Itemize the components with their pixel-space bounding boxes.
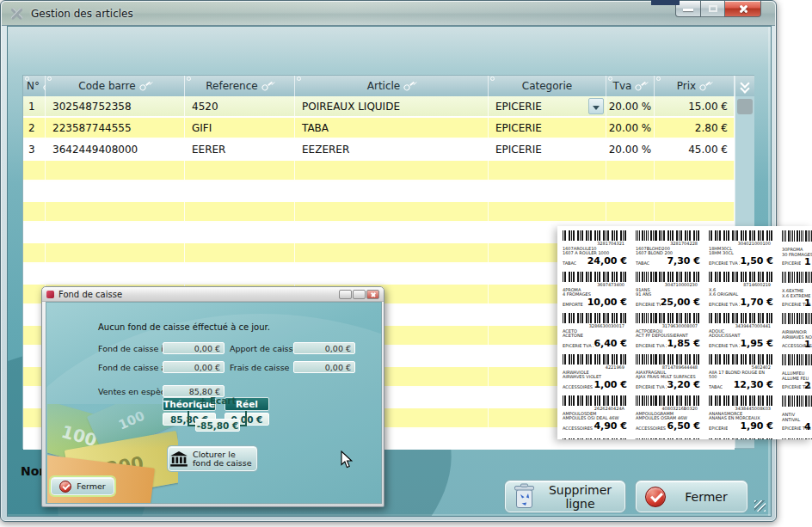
empty-cell <box>23 181 46 200</box>
dialog-close-button[interactable] <box>366 290 379 299</box>
dialog-content: Aucun fond de caisse éffectué à ce jour.… <box>46 302 382 504</box>
barcode-category: ACCESSOIRES DIVERS <box>563 384 594 390</box>
column-header-tva[interactable]: Tva <box>606 76 655 96</box>
barcode-label: 3286630030017ACETOACETONEEPICERIE TVA 20… <box>559 309 632 351</box>
cell-article[interactable]: TABA <box>295 118 489 138</box>
dialog-maximize-button[interactable] <box>353 290 366 299</box>
cell-prix[interactable]: 45.00 € <box>655 139 735 159</box>
column-header-prix[interactable]: Prix <box>655 76 735 96</box>
empty-cell <box>489 161 606 180</box>
dialog-app-icon <box>46 291 54 298</box>
dialog-title-bar[interactable]: Fond de caisse <box>42 287 384 302</box>
cell-prix[interactable]: 15.00 € <box>655 96 735 116</box>
cell-num[interactable]: 2 <box>23 118 46 138</box>
barcode-footer: EPICERIE TVA 201,50 € <box>708 255 775 267</box>
barcode-image <box>636 230 700 241</box>
barcode-image <box>563 354 627 365</box>
barcode-category: TABAC <box>709 384 723 390</box>
barcode-price: 1,50 € <box>740 255 773 267</box>
column-header-label: Code barre <box>78 80 135 92</box>
dialog-fermer-button[interactable]: Fermer <box>51 477 114 495</box>
barcode-price: 24,00 € <box>587 255 627 267</box>
cell-code-barre[interactable]: 223587744555 <box>46 118 185 138</box>
column-anchor-icon <box>25 77 29 81</box>
cell-code-barre[interactable]: 302548752358 <box>46 96 185 116</box>
resize-grip[interactable] <box>754 500 766 512</box>
cell-tva[interactable]: 20.00 % <box>606 118 655 138</box>
barcode-image <box>563 313 627 323</box>
delete-row-button[interactable]: Supprimer ligne <box>505 481 625 512</box>
column-header-num[interactable]: N° <box>23 76 46 96</box>
barcode-image <box>563 272 627 282</box>
barcode-footer: EPICERIE TVA 206,40 € <box>562 338 629 349</box>
empty-cell <box>23 243 46 262</box>
cell-reference[interactable]: GIFI <box>185 118 295 138</box>
barcode-category: EPICERIE <box>709 426 728 432</box>
empty-cell <box>23 264 46 283</box>
empty-cell <box>46 181 185 200</box>
empty-cell <box>185 181 295 200</box>
cell-categorie[interactable]: EPICERIE <box>489 118 606 138</box>
column-header-label: Prix <box>677 80 696 92</box>
table-row[interactable]: 13025487523584520POIREAUX LIQUIDEEPICERI… <box>23 96 735 118</box>
cell-prix[interactable]: 2.80 € <box>655 118 735 138</box>
empty-cell <box>23 223 46 242</box>
column-header-categorie[interactable]: Categorie <box>489 76 606 96</box>
collapse-column-header[interactable] <box>735 76 754 96</box>
cell-num[interactable]: 3 <box>23 139 46 159</box>
empty-table-row[interactable] <box>23 181 735 202</box>
empty-cell <box>606 202 655 221</box>
barcode-category: ACCESSOIRES DIVERS <box>563 426 594 432</box>
filter-key-icon[interactable] <box>259 77 276 95</box>
cell-categorie[interactable]: EPICERIE <box>489 96 606 116</box>
scrollbar-thumb[interactable] <box>737 99 753 114</box>
category-dropdown-button[interactable] <box>588 98 604 114</box>
empty-table-row[interactable] <box>23 202 735 223</box>
barcode-label: 32817043211607AROULE101607 A ROULER 1000… <box>559 227 632 268</box>
barcode-image <box>709 354 773 365</box>
cell-num[interactable]: 1 <box>23 96 46 116</box>
cell-code-barre[interactable]: 3642449408000 <box>46 139 185 159</box>
field-value-initial: 0,00 € <box>163 342 225 354</box>
cell-reference[interactable]: EERER <box>185 139 295 159</box>
column-header-article[interactable]: Article <box>295 76 489 96</box>
cloturer-fond-button[interactable]: Cloturer le fond de caisse <box>168 446 257 471</box>
column-header-reference[interactable]: Reference <box>185 76 295 96</box>
empty-cell <box>295 202 489 221</box>
field-value-actuel: 0,00 € <box>163 361 225 373</box>
barcode-price: 6,50 € <box>667 420 700 432</box>
barcode-image <box>636 438 700 439</box>
cloturer-label: Cloturer le fond de caisse <box>193 450 255 468</box>
filter-key-icon[interactable] <box>633 77 650 95</box>
screen: Gestion des articles N°Code barreReferen… <box>0 0 812 527</box>
close-window-button[interactable]: Fermer <box>636 481 747 512</box>
dialog-minimize-button[interactable] <box>339 290 352 299</box>
barcode-footer: EPICERIE TVA 201,85 € <box>635 338 702 349</box>
table-row[interactable]: 33642449408000EEREREEZEREREPICERIE20.00 … <box>23 139 735 161</box>
cell-article[interactable]: POIREAUX LIQUIDE <box>295 96 489 116</box>
barcode-price: 1,95 € <box>740 338 773 349</box>
close-button[interactable] <box>724 1 761 17</box>
barcode-price: 6,40 € <box>594 338 627 349</box>
column-header-code-barre[interactable]: Code barre <box>46 76 185 96</box>
maximize-button[interactable] <box>700 1 725 17</box>
table-row[interactable]: 2223587744555GIFITABAEPICERIE20.00 %2.80… <box>23 118 735 139</box>
cell-categorie[interactable]: EPICERIE <box>489 139 606 159</box>
barcode-footer: TABAC24,00 € <box>562 255 629 267</box>
title-bar[interactable]: Gestion des articles <box>2 2 775 26</box>
cell-reference[interactable]: 4520 <box>185 96 295 116</box>
empty-table-row[interactable] <box>23 161 735 181</box>
filter-key-icon[interactable] <box>697 77 714 95</box>
cell-tva[interactable]: 20.00 % <box>606 96 655 116</box>
empty-cell <box>23 161 46 180</box>
empty-cell <box>185 264 295 283</box>
barcode-category: EPICERIE TVA 20 <box>636 384 667 390</box>
cell-article[interactable]: EEZERER <box>295 139 489 159</box>
barcode-category: EPICERIE <box>782 260 801 267</box>
barcode-category: EPICERIE TVA 20 <box>563 343 594 349</box>
filter-key-icon[interactable] <box>401 77 418 95</box>
empty-cell <box>46 264 185 283</box>
filter-key-icon[interactable] <box>137 77 154 95</box>
cell-tva[interactable]: 20.00 % <box>606 139 655 159</box>
background-window-fragment <box>651 0 680 5</box>
